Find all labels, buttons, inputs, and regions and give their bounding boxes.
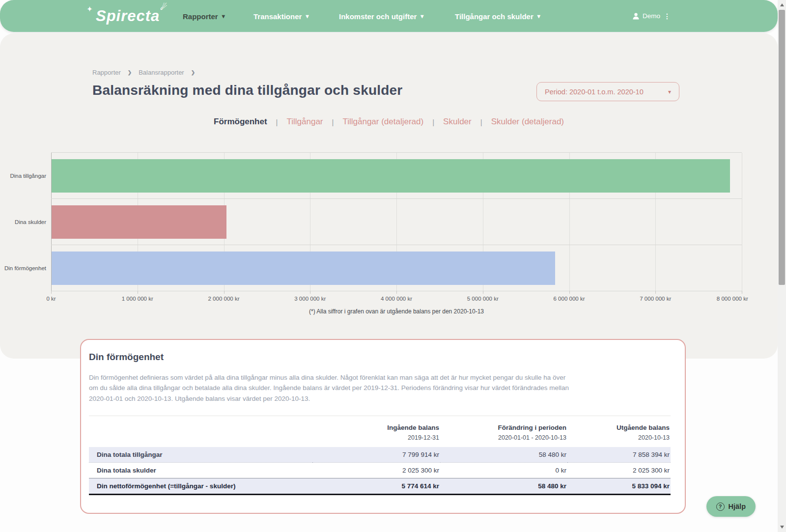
chart-row-skulder: Dina skulder: [51, 199, 742, 245]
column-title: Ingående balans: [313, 424, 439, 431]
help-button[interactable]: ? Hjälp: [706, 496, 756, 517]
chart-x-axis: 0 kr1 000 000 kr2 000 000 kr3 000 000 kr…: [51, 296, 742, 304]
column-subtitle: 2020-10-13: [568, 434, 670, 441]
user-menu[interactable]: Demo ⋮: [633, 12, 671, 20]
table-row-tillgangar: Dina totala tillgångar 7 799 914 kr 58 4…: [89, 447, 671, 463]
cell-value: 0 kr: [440, 462, 567, 478]
report-tabs: Förmögenhet | Tillgångar | Tillgångar (d…: [0, 117, 778, 127]
chart-row-formogenhet: Din förmögenhet: [51, 245, 742, 291]
x-tick-label: 0 kr: [46, 296, 56, 302]
chart-category-label: Dina skulder: [0, 219, 46, 225]
chart-tick-marks: [51, 291, 742, 294]
cell-value: 2 025 300 kr: [567, 462, 671, 478]
logo-text: Spirecta: [96, 7, 160, 25]
tab-separator: |: [480, 118, 482, 126]
chevron-down-icon: ▾: [421, 13, 423, 19]
tab-skulder-detaljerad[interactable]: Skulder (detaljerad): [491, 117, 564, 127]
tick-mark: [396, 291, 397, 294]
x-tick-label: 3 000 000 kr: [294, 296, 326, 302]
tab-skulder[interactable]: Skulder: [443, 117, 472, 127]
table-header-empty: [89, 417, 312, 447]
logo-sparkle-icon: ✦: [87, 5, 93, 13]
cell-value: 5 774 614 kr: [312, 478, 440, 494]
balance-table: Ingående balans 2019-12-31 Förändring i …: [89, 417, 671, 495]
chevron-down-icon: ▾: [537, 13, 540, 19]
x-tick-label: 2 000 000 kr: [208, 296, 240, 302]
triangle-down-icon: [780, 526, 784, 529]
nav-item-rapporter[interactable]: Rapporter ▾: [183, 12, 225, 20]
vertical-scrollbar[interactable]: [778, 0, 786, 532]
spirecta-logo[interactable]: ✦ Spirecta ☄: [96, 7, 160, 25]
report-panel: Rapporter ❯ Balansrapporter ❯ Balansräkn…: [0, 33, 778, 359]
breadcrumb-balansrapporter[interactable]: Balansrapporter: [139, 69, 184, 76]
kebab-menu-icon: ⋮: [664, 12, 671, 20]
cell-value: 58 480 kr: [440, 478, 567, 494]
x-tick-label: 1 000 000 kr: [122, 296, 153, 302]
chart-footnote: (*) Alla siffror i grafen ovan är utgåen…: [51, 308, 742, 315]
nav-item-label: Rapporter: [183, 12, 218, 20]
tab-tillgangar[interactable]: Tillgångar: [287, 117, 323, 127]
chevron-down-icon: ▾: [668, 88, 671, 95]
chart-category-label: Din förmögenhet: [0, 265, 46, 271]
cell-value: 58 480 kr: [440, 447, 567, 463]
card-title: Din förmögenhet: [89, 352, 671, 363]
table-header-ingaende: Ingående balans 2019-12-31: [312, 417, 440, 447]
chart-category-label: Dina tillgångar: [0, 173, 46, 179]
cell-value: 7 799 914 kr: [312, 447, 440, 463]
bar-dina-skulder: [52, 205, 226, 239]
tick-mark: [655, 291, 656, 294]
column-title: Förändring i perioden: [441, 424, 566, 431]
x-tick-label: 5 000 000 kr: [467, 296, 499, 302]
chevron-right-icon: ❯: [191, 70, 195, 75]
top-navbar: ✦ Spirecta ☄ Rapporter ▾ Transaktioner ▾…: [0, 0, 778, 32]
user-name: Demo: [643, 12, 660, 20]
x-tick-label: 6 000 000 kr: [554, 296, 585, 302]
balance-bar-chart: Dina tillgångar Dina skulder Din förmöge…: [51, 152, 742, 315]
tick-mark: [310, 291, 310, 294]
card-divider: [89, 416, 671, 416]
user-icon: [633, 13, 639, 20]
chart-plot-area: Dina tillgångar Dina skulder Din förmöge…: [51, 152, 742, 291]
tick-mark: [483, 291, 483, 294]
chevron-down-icon: ▾: [222, 13, 225, 19]
nav-item-inkomster-och-utgifter[interactable]: Inkomster och utgifter ▾: [339, 12, 423, 20]
nav-item-label: Inkomster och utgifter: [339, 12, 417, 20]
row-label: Din nettoförmögenhet (=tillgångar - skul…: [89, 478, 312, 494]
scrollbar-thumb[interactable]: [779, 10, 785, 285]
bar-din-formogenhet: [52, 252, 555, 285]
app-window: ✦ Spirecta ☄ Rapporter ▾ Transaktioner ▾…: [0, 0, 786, 532]
nav-item-tillgangar-och-skulder[interactable]: Tillgångar och skulder ▾: [455, 12, 540, 20]
row-label: Dina totala tillgångar: [89, 447, 312, 463]
help-button-label: Hjälp: [729, 503, 746, 510]
x-tick-label: 4 000 000 kr: [381, 296, 412, 302]
tab-separator: |: [276, 118, 278, 126]
logo-swoosh-icon: ☄: [160, 2, 168, 12]
cell-value: 7 858 394 kr: [567, 447, 671, 463]
period-selector[interactable]: Period: 2020-01 t.o.m. 2020-10 ▾: [536, 82, 679, 101]
chevron-down-icon: ▾: [306, 13, 309, 19]
tick-mark: [742, 291, 742, 294]
period-selector-value: Period: 2020-01 t.o.m. 2020-10: [545, 88, 644, 96]
x-tick-label: 7 000 000 kr: [640, 296, 671, 302]
question-mark-icon: ?: [716, 503, 725, 511]
table-header-forandring: Förändring i perioden 2020-01-01 - 2020-…: [440, 417, 567, 447]
triangle-up-icon: [780, 3, 784, 6]
table-header-row: Ingående balans 2019-12-31 Förändring i …: [89, 417, 671, 447]
tick-mark: [138, 291, 138, 294]
tab-separator: |: [432, 118, 434, 126]
bar-dina-tillgangar: [52, 159, 730, 193]
tab-tillgangar-detaljerad[interactable]: Tillgångar (detaljerad): [342, 117, 423, 127]
tick-mark: [224, 291, 225, 294]
scroll-down-arrow[interactable]: [778, 523, 786, 531]
formogenhet-card: Din förmögenhet Din förmögenhet definier…: [80, 339, 686, 514]
chevron-right-icon: ❯: [128, 70, 132, 75]
tick-mark: [51, 291, 52, 294]
tab-formogenhet[interactable]: Förmögenhet: [214, 117, 267, 127]
scroll-up-arrow[interactable]: [778, 1, 786, 9]
breadcrumb-rapporter[interactable]: Rapporter: [92, 69, 121, 76]
page-title: Balansräkning med dina tillgångar och sk…: [92, 83, 402, 98]
nav-item-label: Transaktioner: [253, 12, 302, 20]
table-row-skulder: Dina totala skulder 2 025 300 kr 0 kr 2 …: [89, 462, 671, 478]
nav-item-transaktioner[interactable]: Transaktioner ▾: [253, 12, 309, 20]
x-tick-label: 8 000 000 kr: [717, 296, 748, 302]
